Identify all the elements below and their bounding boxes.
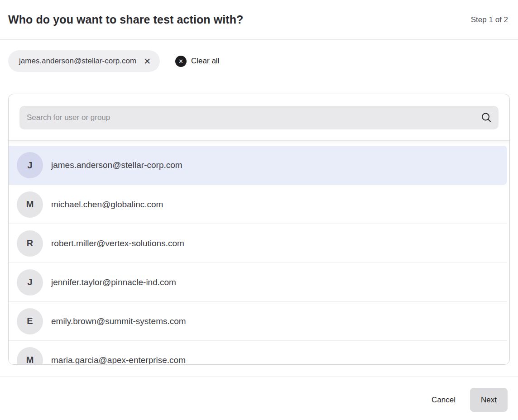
list-item[interactable]: R robert.miller@vertex-solutions.com: [9, 224, 507, 262]
next-button[interactable]: Next: [470, 388, 508, 412]
list-item[interactable]: E emily.brown@summit-systems.com: [9, 301, 507, 340]
list-item[interactable]: J jennifer.taylor@pinnacle-ind.com: [9, 262, 507, 301]
list-item[interactable]: J james.anderson@stellar-corp.com: [9, 146, 507, 185]
clear-all-label: Clear all: [191, 57, 219, 66]
list-item-email: robert.miller@vertex-solutions.com: [51, 239, 184, 248]
avatar: J: [17, 152, 43, 178]
search-input[interactable]: [27, 113, 480, 122]
user-picker-panel: J james.anderson@stellar-corp.com M mich…: [8, 94, 510, 365]
user-list: J james.anderson@stellar-corp.com M mich…: [9, 141, 509, 364]
recipient-chip: james.anderson@stellar-corp.com ✕: [8, 50, 160, 72]
selected-recipients-row: james.anderson@stellar-corp.com ✕ ✕ Clea…: [8, 50, 510, 72]
page-title: Who do you want to share test action wit…: [8, 13, 243, 26]
list-item[interactable]: M maria.garcia@apex-enterprise.com: [9, 340, 507, 364]
clear-all-icon: ✕: [175, 56, 187, 67]
clear-all-button[interactable]: ✕ Clear all: [175, 56, 219, 67]
avatar: E: [17, 308, 43, 334]
avatar: M: [17, 347, 43, 365]
list-item-email: emily.brown@summit-systems.com: [51, 316, 186, 326]
avatar: J: [17, 269, 43, 296]
recipient-chip-email: james.anderson@stellar-corp.com: [19, 57, 136, 66]
search-section: [9, 94, 509, 140]
dialog-header: Who do you want to share test action wit…: [0, 0, 518, 40]
share-dialog: Who do you want to share test action wit…: [0, 0, 518, 420]
dialog-footer: Cancel Next: [0, 377, 518, 412]
avatar: R: [17, 230, 43, 257]
list-item-email: jennifer.taylor@pinnacle-ind.com: [51, 277, 176, 287]
list-item-email: michael.chen@globalinc.com: [51, 200, 163, 210]
chip-remove-icon[interactable]: ✕: [144, 57, 151, 66]
search-box: [19, 106, 499, 129]
list-item-email: james.anderson@stellar-corp.com: [51, 160, 182, 170]
list-item[interactable]: M michael.chen@globalinc.com: [9, 185, 507, 224]
avatar: M: [17, 191, 43, 218]
search-icon[interactable]: [480, 112, 492, 124]
cancel-button[interactable]: Cancel: [422, 388, 465, 412]
step-indicator: Step 1 of 2: [471, 15, 508, 24]
list-item-email: maria.garcia@apex-enterprise.com: [51, 355, 186, 365]
